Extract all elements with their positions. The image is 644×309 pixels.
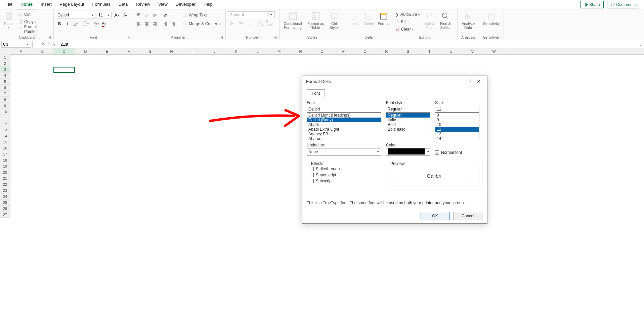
row-header[interactable]: 21 xyxy=(0,175,10,181)
row-header[interactable]: 13 xyxy=(0,127,10,133)
align-middle-button[interactable] xyxy=(143,11,151,19)
cancel-button[interactable]: Cancel xyxy=(454,212,482,220)
number-launcher[interactable] xyxy=(273,36,276,39)
col-header[interactable]: N xyxy=(290,48,311,54)
number-format-combo[interactable]: ▾ xyxy=(228,11,275,18)
subscript-checkbox[interactable]: Subscript xyxy=(310,178,378,184)
grow-font-button[interactable]: A▴ xyxy=(113,11,120,19)
col-header[interactable]: D xyxy=(75,48,96,54)
row-header[interactable]: 19 xyxy=(0,163,10,169)
row-header[interactable]: 24 xyxy=(0,193,10,200)
chevron-down-icon[interactable]: ▾ xyxy=(426,150,430,153)
list-item[interactable]: 8 xyxy=(435,113,479,118)
col-header[interactable]: P xyxy=(333,48,354,54)
col-header[interactable]: A xyxy=(10,48,32,54)
tab-help[interactable]: Help xyxy=(200,0,217,9)
clear-button[interactable]: Clear▾ xyxy=(394,26,421,33)
select-all-corner[interactable] xyxy=(0,48,10,54)
increase-decimal-button[interactable]: .00→.0 xyxy=(256,19,263,27)
cell-styles-button[interactable]: Cell Styles xyxy=(328,11,342,30)
row-header[interactable]: 27 xyxy=(0,212,10,218)
find-select-button[interactable]: Find & Select xyxy=(438,11,453,30)
align-bottom-button[interactable] xyxy=(151,11,159,19)
font-color-button[interactable]: A▾ xyxy=(100,20,108,28)
font-input[interactable] xyxy=(307,106,381,113)
row-header[interactable]: 25 xyxy=(0,200,10,206)
row-header[interactable]: 23 xyxy=(0,187,10,193)
row-header[interactable]: 20 xyxy=(0,169,10,175)
row-header[interactable]: 9 xyxy=(0,103,10,109)
row-header[interactable]: 10 xyxy=(0,109,10,115)
currency-button[interactable]: $▾ xyxy=(228,19,235,27)
size-listbox[interactable]: 8910111214 xyxy=(435,113,479,140)
col-header[interactable]: Q xyxy=(354,48,376,54)
col-header[interactable]: H xyxy=(161,48,182,54)
list-item[interactable]: Abadi xyxy=(307,122,381,127)
col-header[interactable]: J xyxy=(204,48,225,54)
name-box[interactable]: ▾ xyxy=(1,41,31,48)
tab-review[interactable]: Review xyxy=(132,0,154,9)
tab-home[interactable]: Home xyxy=(16,0,37,9)
col-header[interactable]: O xyxy=(311,48,333,54)
col-header[interactable]: T xyxy=(419,48,440,54)
sensitivity-button[interactable]: Sensitivity xyxy=(481,11,502,26)
enter-formula-button[interactable]: ✓ xyxy=(47,41,50,47)
row-header[interactable]: 7 xyxy=(0,91,10,97)
align-left-button[interactable] xyxy=(135,20,142,28)
align-right-button[interactable] xyxy=(151,20,159,28)
chevron-down-icon[interactable]: ▾ xyxy=(268,13,274,16)
underline-select[interactable]: None▾ xyxy=(307,148,381,156)
col-header[interactable]: C xyxy=(53,48,75,54)
decrease-decimal-button[interactable]: .0→.00 xyxy=(265,19,273,27)
color-select[interactable]: ▾ xyxy=(386,148,430,156)
dialog-tab-font[interactable]: Font xyxy=(307,89,325,97)
fill-color-button[interactable]: ▾ xyxy=(92,20,99,28)
format-as-table-button[interactable]: Format as Table xyxy=(305,11,326,30)
font-size-combo[interactable]: ▾ xyxy=(97,12,112,18)
comma-button[interactable]: , xyxy=(247,19,254,27)
row-header[interactable]: 14 xyxy=(0,133,10,139)
col-header[interactable]: W xyxy=(483,48,505,54)
percent-button[interactable]: % xyxy=(237,19,245,27)
strikethrough-checkbox[interactable]: Strikethrough xyxy=(310,166,378,172)
list-item[interactable]: Bold Italic xyxy=(386,127,430,132)
row-header[interactable]: 8 xyxy=(0,97,10,103)
tab-insert[interactable]: Insert xyxy=(37,0,56,9)
list-item[interactable]: Calibri Light (Headings) xyxy=(307,113,381,118)
dialog-help-button[interactable]: ? xyxy=(466,79,474,84)
tab-view[interactable]: View xyxy=(154,0,172,9)
row-header[interactable]: 16 xyxy=(0,145,10,151)
conditional-formatting-button[interactable]: Conditional Formatting xyxy=(282,11,304,30)
font-launcher[interactable] xyxy=(127,36,130,39)
row-header[interactable]: 26 xyxy=(0,206,10,212)
dialog-close-button[interactable]: ✕ xyxy=(474,79,483,84)
row-header[interactable]: 17 xyxy=(0,151,10,157)
font-name-input[interactable] xyxy=(56,12,90,18)
fx-button[interactable]: fx xyxy=(52,41,55,47)
col-header[interactable]: F xyxy=(118,48,139,54)
row-header[interactable]: 5 xyxy=(0,79,10,85)
ok-button[interactable]: OK xyxy=(421,212,449,220)
style-listbox[interactable]: RegularItalicBoldBold Italic xyxy=(386,113,430,140)
tab-file[interactable]: File xyxy=(1,0,16,9)
chevron-down-icon[interactable]: ▾ xyxy=(106,13,111,17)
chevron-down-icon[interactable]: ▾ xyxy=(90,13,95,17)
fill-button[interactable]: Fill▾ xyxy=(394,18,421,26)
row-header[interactable]: 11 xyxy=(0,115,10,121)
underline-button[interactable]: U▾ xyxy=(72,20,79,28)
list-item[interactable]: 10 xyxy=(435,122,479,127)
row-header[interactable]: 18 xyxy=(0,157,10,163)
row-header[interactable]: 2 xyxy=(0,60,10,67)
share-button[interactable]: Share xyxy=(580,1,604,8)
name-box-input[interactable] xyxy=(2,41,25,47)
tab-formulas[interactable]: Formulas xyxy=(88,0,115,9)
list-item[interactable]: Abadi Extra Light xyxy=(307,127,381,132)
style-input[interactable] xyxy=(386,106,430,113)
borders-button[interactable]: ▾ xyxy=(82,20,89,28)
formula-input[interactable] xyxy=(58,41,637,47)
comments-button[interactable]: Comments xyxy=(607,1,639,8)
col-header[interactable]: U xyxy=(440,48,462,54)
decrease-indent-button[interactable] xyxy=(162,20,169,28)
row-header[interactable]: 15 xyxy=(0,139,10,145)
list-item[interactable]: Calibri (Body) xyxy=(307,118,381,122)
